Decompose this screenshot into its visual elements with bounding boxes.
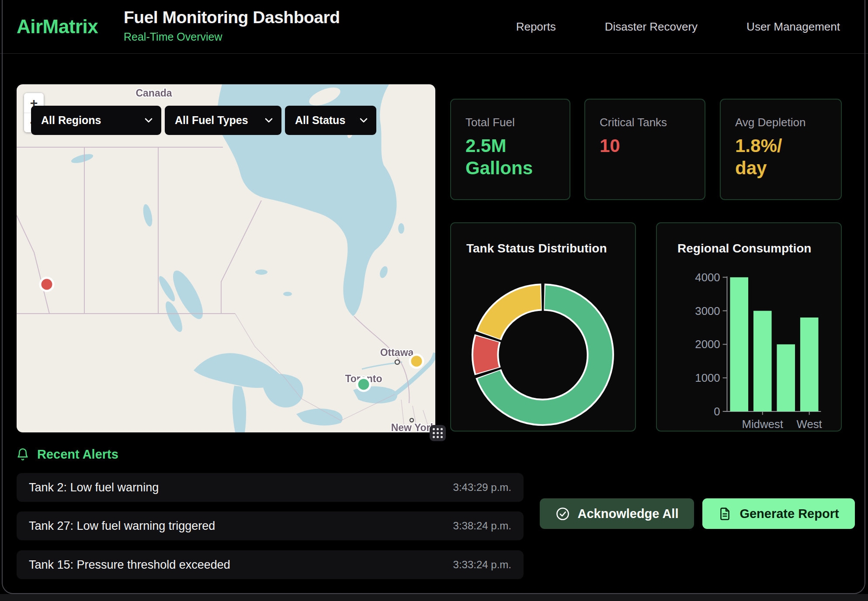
alert-message: Tank 27: Low fuel warning triggered	[29, 519, 215, 533]
page-title: Fuel Monitoring Dashboard	[124, 8, 340, 27]
top-header: AirMatrix Fuel Monitoring Dashboard Real…	[0, 0, 868, 54]
label-canada: Canada	[135, 87, 172, 99]
alert-list-item[interactable]: Tank 27: Low fuel warning triggered 3:38…	[17, 511, 524, 540]
chart-title: Regional Consumption	[677, 242, 811, 256]
new-york-city-dot	[410, 418, 413, 422]
page-subtitle: Real-Time Overview	[124, 31, 340, 43]
lake-huron	[261, 374, 303, 408]
consumption-bar	[777, 344, 795, 411]
alert-list-item[interactable]: Tank 15: Pressure threshold exceeded 3:3…	[17, 550, 524, 579]
reindeer-lake	[142, 204, 154, 228]
border-manitoba-ontario	[221, 200, 261, 314]
region-filter-dropdown[interactable]: All Regions	[31, 106, 161, 135]
nav-reports[interactable]: Reports	[516, 20, 556, 34]
alerts-header: Recent Alerts	[17, 447, 118, 462]
chevron-down-icon	[145, 118, 153, 123]
small-lake-4	[398, 223, 404, 234]
alert-list-item[interactable]: Tank 2: Low fuel warning 3:43:29 p.m.	[17, 473, 524, 502]
title-block: Fuel Monitoring Dashboard Real-Time Over…	[124, 8, 340, 43]
kpi-total-fuel: Total Fuel 2.5M Gallons	[450, 99, 570, 200]
kpi-value: 1.8%/ day	[735, 135, 801, 179]
nav-disaster-recovery[interactable]: Disaster Recovery	[605, 20, 698, 34]
small-lake-3	[378, 265, 389, 279]
ottawa-city-dot	[395, 360, 399, 364]
region-filter-value: All Regions	[41, 114, 101, 127]
border-bc-alberta	[17, 215, 49, 314]
main-nav: Reports Disaster Recovery User Managemen…	[516, 0, 840, 54]
x-axis-tick-label: Midwest	[742, 418, 783, 430]
critical-tank-marker[interactable]	[40, 278, 53, 291]
acknowledge-all-button[interactable]: Acknowledge All	[540, 498, 694, 529]
regional-consumption-card: 01000200030004000MidwestWest Regional Co…	[656, 222, 842, 432]
small-lake-1	[255, 269, 267, 275]
acknowledge-all-label: Acknowledge All	[578, 507, 679, 521]
chart-title: Tank Status Distribution	[466, 242, 607, 256]
generate-report-label: Generate Report	[740, 507, 839, 521]
fuel-type-filter-dropdown[interactable]: All Fuel Types	[165, 106, 281, 135]
brand-logo: AirMatrix	[17, 16, 98, 38]
lake-manitoba	[163, 299, 186, 334]
alert-time: 3:38:24 p.m.	[453, 520, 511, 532]
warning-tank-marker[interactable]	[410, 355, 423, 368]
map-resize-handle[interactable]	[430, 425, 446, 441]
label-new-york: New York	[391, 422, 435, 432]
y-axis-tick-label: 0	[714, 405, 720, 418]
lake-michigan	[233, 386, 246, 432]
alert-time: 3:43:29 p.m.	[453, 481, 511, 494]
fuel-type-filter-value: All Fuel Types	[175, 114, 248, 127]
y-axis-tick-label: 3000	[695, 305, 720, 317]
consumption-bar	[800, 318, 819, 411]
kpi-label: Critical Tanks	[600, 116, 691, 129]
donut-segment-critical	[485, 339, 487, 370]
alert-message: Tank 15: Pressure threshold exceeded	[29, 558, 230, 572]
document-icon	[718, 507, 732, 521]
alert-message: Tank 2: Low fuel warning	[29, 481, 159, 494]
y-axis-tick-label: 2000	[695, 338, 720, 350]
y-axis-tick-label: 4000	[695, 271, 720, 283]
status-filter-dropdown[interactable]: All Status	[285, 106, 376, 135]
normal-tank-marker[interactable]	[357, 378, 370, 391]
kpi-value: 10	[600, 135, 691, 157]
lake-athabasca	[70, 152, 94, 165]
lake-erie	[296, 408, 343, 425]
tank-status-card: Tank Status Distribution	[450, 222, 636, 432]
map-canvas: Canada Ottawa Toronto New York	[17, 84, 435, 432]
y-axis-tick-label: 1000	[695, 372, 720, 384]
alerts-title: Recent Alerts	[37, 447, 118, 462]
x-axis-tick-label: West	[797, 418, 822, 430]
kpi-label: Total Fuel	[465, 116, 556, 129]
generate-report-button[interactable]: Generate Report	[702, 498, 855, 529]
label-ottawa: Ottawa	[380, 347, 414, 358]
consumption-bar	[753, 311, 772, 411]
kpi-critical-tanks: Critical Tanks 10	[584, 99, 705, 200]
chevron-down-icon	[360, 118, 368, 123]
kpi-avg-depletion: Avg Depletion 1.8%/ day	[720, 99, 842, 200]
bell-icon	[17, 448, 29, 461]
nav-user-management[interactable]: User Management	[746, 20, 840, 34]
consumption-bar	[730, 277, 748, 411]
map-filter-bar: All Regions All Fuel Types All Status	[31, 106, 376, 135]
dashboard-root: AirMatrix Fuel Monitoring Dashboard Real…	[0, 0, 868, 594]
status-filter-value: All Status	[295, 114, 345, 127]
check-circle-icon	[556, 507, 570, 521]
tank-map[interactable]: Canada Ottawa Toronto New York + − All R…	[17, 84, 435, 432]
kpi-label: Avg Depletion	[735, 116, 827, 129]
kpi-value: 2.5M Gallons	[465, 135, 556, 179]
alert-time: 3:33:24 p.m.	[453, 559, 511, 571]
chevron-down-icon	[265, 118, 273, 123]
small-lake-2	[283, 292, 292, 296]
